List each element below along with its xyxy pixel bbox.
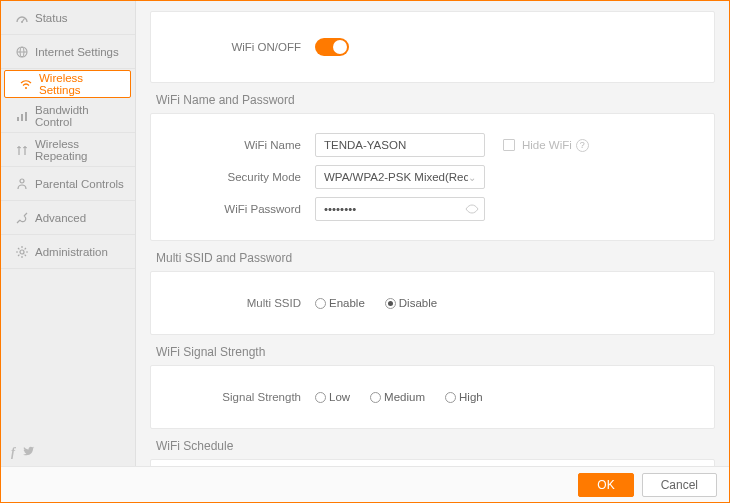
radio-icon <box>315 298 326 309</box>
cancel-button[interactable]: Cancel <box>642 473 717 497</box>
section-title-multi-ssid: Multi SSID and Password <box>156 251 715 265</box>
multi-ssid-disable[interactable]: Disable <box>385 297 437 309</box>
sidebar-item-administration[interactable]: Administration <box>1 235 135 269</box>
svg-point-11 <box>20 179 24 183</box>
hide-wifi-group[interactable]: Hide WiFi ? <box>503 139 589 152</box>
sidebar-item-status[interactable]: Status <box>1 1 135 35</box>
panel-name-pw: WiFi Name Hide WiFi ? Security Mode <box>150 113 715 241</box>
main-content: WiFi ON/OFF WiFi Name and Password WiFi … <box>136 1 729 466</box>
globe-icon <box>15 45 29 59</box>
panel-wifi-onoff: WiFi ON/OFF <box>150 11 715 83</box>
app-window: Status Internet Settings Wireless Settin… <box>0 0 730 503</box>
hide-wifi-checkbox[interactable] <box>503 139 515 151</box>
panel-multi-ssid: Multi SSID Enable Disable <box>150 271 715 335</box>
antenna-icon <box>15 143 29 157</box>
sidebar-item-label: Bandwidth Control <box>35 104 125 128</box>
radio-icon <box>385 298 396 309</box>
security-mode-label: Security Mode <box>165 171 315 183</box>
help-icon[interactable]: ? <box>576 139 589 152</box>
sidebar-item-label: Wireless Settings <box>39 72 120 96</box>
svg-line-1 <box>22 18 25 22</box>
sidebar-footer: f <box>1 439 135 466</box>
sidebar-item-wireless-settings[interactable]: Wireless Settings <box>4 70 131 98</box>
option-label: Disable <box>399 297 437 309</box>
eye-icon[interactable] <box>465 204 479 214</box>
radio-icon <box>370 392 381 403</box>
hide-wifi-label: Hide WiFi <box>522 139 572 151</box>
wifi-name-input[interactable] <box>315 133 485 157</box>
svg-rect-7 <box>21 114 23 121</box>
sidebar-item-label: Internet Settings <box>35 46 119 58</box>
wrench-icon <box>15 211 29 225</box>
wifi-onoff-label: WiFi ON/OFF <box>165 41 315 53</box>
sidebar-item-label: Administration <box>35 246 108 258</box>
svg-point-5 <box>25 87 27 89</box>
panel-signal: Signal Strength Low Medium High <box>150 365 715 429</box>
sidebar-item-bandwidth-control[interactable]: Bandwidth Control <box>1 99 135 133</box>
chevron-down-icon: ⌄ <box>468 172 476 183</box>
signal-low[interactable]: Low <box>315 391 350 403</box>
signal-medium[interactable]: Medium <box>370 391 425 403</box>
option-label: Low <box>329 391 350 403</box>
gear-icon <box>15 245 29 259</box>
panel-schedule: WiFi Schedule Enable Disable <box>150 459 715 466</box>
security-mode-select[interactable]: WPA/WPA2-PSK Mixed(Recommen ⌄ <box>315 165 485 189</box>
multi-ssid-label: Multi SSID <box>165 297 315 309</box>
bars-icon <box>15 109 29 123</box>
radio-icon <box>445 392 456 403</box>
radio-icon <box>315 392 326 403</box>
gauge-icon <box>15 11 29 25</box>
sidebar-item-label: Status <box>35 12 68 24</box>
sidebar-item-advanced[interactable]: Advanced <box>1 201 135 235</box>
signal-strength-label: Signal Strength <box>165 391 315 403</box>
option-label: High <box>459 391 483 403</box>
wifi-password-label: WiFi Password <box>165 203 315 215</box>
twitter-icon[interactable] <box>23 445 35 460</box>
signal-high[interactable]: High <box>445 391 483 403</box>
option-label: Enable <box>329 297 365 309</box>
sidebar-item-internet-settings[interactable]: Internet Settings <box>1 35 135 69</box>
section-title-signal: WiFi Signal Strength <box>156 345 715 359</box>
wifi-onoff-toggle[interactable] <box>315 38 349 56</box>
multi-ssid-enable[interactable]: Enable <box>315 297 365 309</box>
person-icon <box>15 177 29 191</box>
wifi-password-input[interactable] <box>315 197 485 221</box>
wifi-name-label: WiFi Name <box>165 139 315 151</box>
sidebar-item-label: Advanced <box>35 212 86 224</box>
svg-rect-8 <box>25 112 27 121</box>
sidebar-item-parental-controls[interactable]: Parental Controls <box>1 167 135 201</box>
option-label: Medium <box>384 391 425 403</box>
body: Status Internet Settings Wireless Settin… <box>1 1 729 466</box>
sidebar-items: Status Internet Settings Wireless Settin… <box>1 1 135 439</box>
sidebar-item-label: Parental Controls <box>35 178 124 190</box>
section-title-name-pw: WiFi Name and Password <box>156 93 715 107</box>
svg-point-12 <box>20 250 24 254</box>
sidebar-item-label: Wireless Repeating <box>35 138 125 162</box>
footer: OK Cancel <box>1 466 729 502</box>
facebook-icon[interactable]: f <box>11 445 15 460</box>
ok-button[interactable]: OK <box>578 473 633 497</box>
svg-rect-6 <box>17 117 19 121</box>
sidebar-item-wireless-repeating[interactable]: Wireless Repeating <box>1 133 135 167</box>
wifi-icon <box>19 77 33 91</box>
section-title-schedule: WiFi Schedule <box>156 439 715 453</box>
sidebar: Status Internet Settings Wireless Settin… <box>1 1 136 466</box>
security-mode-value: WPA/WPA2-PSK Mixed(Recommen <box>324 171 468 183</box>
